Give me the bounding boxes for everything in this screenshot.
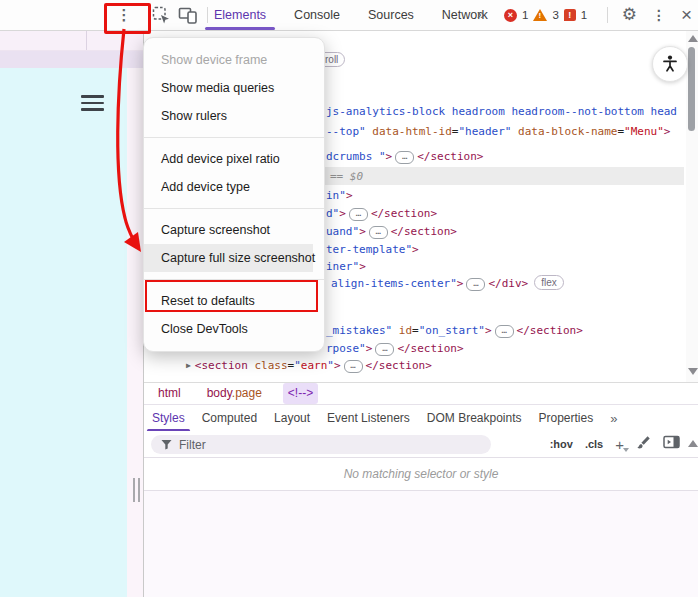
page-header-divider	[86, 31, 87, 50]
code-text: >	[664, 125, 671, 138]
dom-tree-line[interactable]: --top" data-html-id="header" data-block-…	[326, 123, 670, 140]
code-text: "	[294, 359, 301, 372]
disclosure-arrow-icon[interactable]: ▶	[186, 361, 191, 370]
styles-filter-input[interactable]: Filter	[151, 435, 491, 454]
menu-item-add-device-type[interactable]: Add device type	[144, 173, 324, 201]
dom-tree-line[interactable]: in">	[326, 187, 353, 204]
styles-scroll-up-arrow-icon[interactable]	[688, 440, 698, 447]
warning-icon[interactable]: !	[533, 9, 547, 21]
page-scroll-handle[interactable]	[138, 478, 140, 502]
flex-badge[interactable]: flex	[534, 275, 564, 290]
menu-item-add-device-pixel-ratio[interactable]: Add device pixel ratio	[144, 145, 324, 173]
more-tabs-icon[interactable]: »	[477, 0, 483, 30]
expand-node-button[interactable]: …	[369, 226, 388, 239]
toggle-device-toolbar-icon[interactable]	[178, 7, 198, 28]
code-text: rpose"	[326, 342, 366, 355]
code-text: </section>	[397, 342, 463, 355]
code-text: d"	[326, 207, 339, 220]
code-text: >	[339, 207, 346, 220]
code-text: <section	[195, 359, 255, 372]
scroll-up-arrow-icon[interactable]	[688, 35, 698, 42]
warning-count: 3	[552, 9, 558, 21]
dom-tree-line[interactable]: rpose">…</section>	[326, 340, 464, 357]
tab-properties[interactable]: Properties	[539, 411, 594, 425]
dom-tree-line[interactable]: == $0	[330, 168, 363, 185]
code-text: </section>	[517, 324, 583, 337]
dom-tree-line[interactable]: iner">	[326, 258, 366, 275]
code-text: </section>	[366, 359, 432, 372]
tab-styles[interactable]: Styles	[152, 411, 185, 425]
page-header-strip	[0, 31, 143, 51]
tree-scrollbar-thumb[interactable]	[688, 47, 695, 131]
code-text: data-html-id	[372, 125, 451, 138]
sidebar-position-icon[interactable]	[663, 435, 680, 453]
code-text: earn	[301, 359, 328, 372]
dom-tree-line[interactable]: _mistakes" id="on_start">…</section>	[326, 322, 583, 339]
menu-item-show-device-frame[interactable]: Show device frame	[144, 46, 324, 74]
breadcrumb-item[interactable]: <!-->	[283, 383, 318, 404]
code-text: >	[359, 260, 366, 273]
menu-separator	[144, 137, 324, 138]
tab-console[interactable]: Console	[292, 8, 342, 22]
filter-funnel-icon	[161, 439, 172, 450]
code-text: "on_start"	[419, 324, 485, 337]
close-devtools-icon[interactable]: ×	[681, 7, 692, 23]
inspect-element-icon[interactable]	[152, 6, 171, 29]
expand-node-button[interactable]: …	[495, 325, 514, 338]
dom-tree-line[interactable]: d">…</section>	[326, 205, 437, 222]
devtools-panel-tabs: ElementsConsoleSourcesNetwork	[212, 0, 490, 30]
expand-node-button[interactable]: …	[344, 360, 363, 373]
menu-item-close-devtools[interactable]: Close DevTools	[144, 315, 324, 343]
code-text: "	[327, 359, 334, 372]
breadcrumb-item[interactable]: html	[153, 383, 186, 404]
error-icon[interactable]: ×	[504, 9, 517, 22]
error-count: 1	[522, 9, 528, 21]
toggle-hover-state-button[interactable]: :hov	[550, 438, 573, 450]
dom-tree-line[interactable]: ter-template">	[326, 241, 419, 258]
tab-layout[interactable]: Layout	[274, 411, 310, 425]
code-text: uand"	[326, 225, 359, 238]
page-scroll-handle[interactable]	[133, 478, 135, 502]
tab-elements[interactable]: Elements	[212, 8, 268, 22]
styles-pane-body	[144, 491, 698, 597]
issues-icon[interactable]: !	[564, 9, 576, 21]
tab-computed[interactable]: Computed	[202, 411, 257, 425]
dom-tree-line[interactable]: js-analytics-block headroom headroom--no…	[326, 103, 677, 120]
expand-node-button[interactable]: …	[349, 208, 368, 221]
code-text: >	[346, 189, 353, 202]
dom-tree-line[interactable]: align-items-center">…</div>flex	[331, 275, 564, 292]
menu-item-capture-full-size-screenshot[interactable]: Capture full size screenshot	[144, 244, 313, 272]
code-text: dcrumbs "	[326, 150, 386, 163]
scroll-down-arrow-icon[interactable]	[688, 368, 698, 375]
expand-node-button[interactable]: …	[375, 343, 394, 356]
styles-tabs: StylesComputedLayoutEvent ListenersDOM B…	[152, 405, 698, 431]
code-text: >	[366, 342, 373, 355]
code-text: >	[386, 150, 393, 163]
toolbar-right-controls: ⚙ ⋮ ×	[622, 0, 692, 30]
toggle-classes-button[interactable]: .cls	[585, 438, 603, 450]
expand-node-button[interactable]: …	[466, 278, 485, 291]
menu-item-capture-screenshot[interactable]: Capture screenshot	[144, 216, 324, 244]
devtools-kebab-menu-icon[interactable]: ⋮	[652, 7, 666, 23]
tab-sources[interactable]: Sources	[366, 8, 416, 22]
rendering-brush-icon[interactable]	[636, 435, 651, 454]
more-tabs-icon[interactable]: »	[610, 411, 615, 426]
tab-dom-breakpoints[interactable]: DOM Breakpoints	[427, 411, 522, 425]
annotation-box-kebab	[104, 3, 151, 34]
menu-item-show-rulers[interactable]: Show rulers	[144, 102, 324, 130]
new-style-rule-button[interactable]: +	[615, 436, 624, 453]
annotation-box-capture-full-size	[145, 280, 318, 312]
dom-tree-line[interactable]: uand">…</section>	[326, 223, 457, 240]
accessibility-widget-button[interactable]	[652, 46, 688, 82]
styles-pane-controls: :hov .cls +	[500, 431, 680, 457]
issue-count: 1	[581, 9, 587, 21]
page-viewport	[0, 68, 127, 597]
breadcrumb-item[interactable]: body.page	[202, 383, 267, 404]
dom-tree-line[interactable]: ▶<section class="earn">…</section>	[186, 357, 432, 374]
tab-event-listeners[interactable]: Event Listeners	[327, 411, 410, 425]
code-text: in"	[326, 189, 346, 202]
expand-node-button[interactable]: …	[395, 151, 414, 164]
dom-tree-line[interactable]: dcrumbs ">…</section>	[326, 148, 483, 165]
menu-item-show-media-queries[interactable]: Show media queries	[144, 74, 324, 102]
settings-gear-icon[interactable]: ⚙	[622, 7, 637, 23]
